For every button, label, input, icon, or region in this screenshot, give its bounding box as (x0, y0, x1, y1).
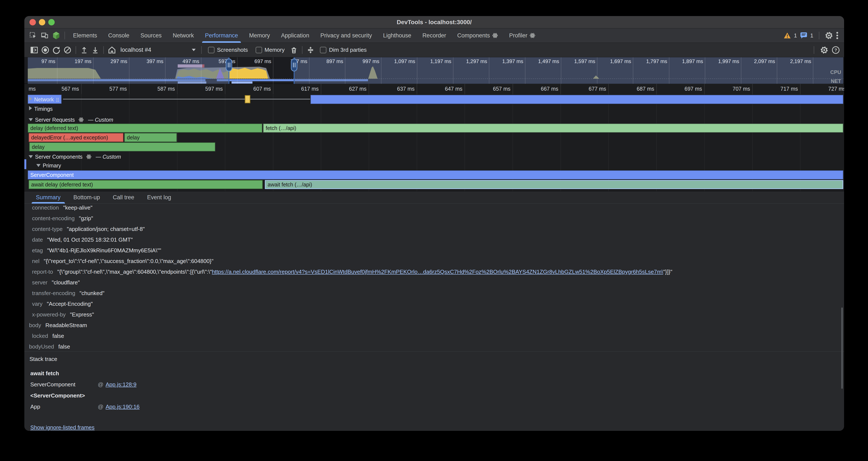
record-icon[interactable] (40, 45, 51, 56)
stack-frame-source-link[interactable]: App.js:128:9 (105, 381, 136, 388)
show-ignore-listed-frames-link[interactable]: Show ignore-listed frames (30, 424, 95, 431)
toggle-sidebar-icon[interactable] (29, 45, 40, 56)
ruler-tick-label: 567 ms (62, 86, 79, 92)
property-value: "Express" (70, 311, 94, 318)
history-selector[interactable]: localhost #4 (118, 45, 198, 56)
warning-count[interactable]: 1 (794, 32, 797, 39)
ruler-tick-label: 687 ms (637, 86, 654, 92)
event-bar-fetch-api[interactable]: fetch (…/api) (263, 123, 843, 133)
event-bar-await-delay[interactable]: await delay (deferred text) (29, 180, 263, 189)
event-label: delayedError (…ayed exception) (31, 135, 108, 141)
event-bar-delay[interactable]: delay (124, 133, 177, 142)
track-header-network[interactable]: Network (29, 96, 59, 103)
drag-grip-icon[interactable] (56, 98, 59, 102)
property-row: nel"{\"report_to\":\"cf-nel\",\"success_… (24, 256, 844, 266)
overview-tick-label: 1,697 ms (610, 58, 631, 64)
node-extension-icon[interactable] (51, 30, 62, 41)
stack-frame-source-link[interactable]: App.js:190:16 (105, 403, 140, 410)
property-key: transfer-encoding (32, 290, 75, 296)
panel-tab[interactable]: Profiler (504, 28, 541, 43)
panel-tab[interactable]: Application (276, 28, 315, 43)
network-event-marker[interactable] (245, 95, 250, 103)
network-request-bar-long[interactable] (311, 95, 843, 104)
property-value-prefix: "{\"group\":\"cf-nel\",\"max_age\":60480… (57, 268, 212, 275)
overview-tick (705, 57, 705, 84)
scrollbar-thumb[interactable] (841, 308, 843, 389)
track-subheader-primary[interactable]: Primary (36, 163, 61, 169)
memory-checkbox[interactable]: Memory (256, 47, 285, 53)
message-count[interactable]: 1 (810, 32, 813, 39)
report-url-link[interactable]: https://a.nel.cloudflare.com/report/v4?s… (212, 268, 663, 275)
track-custom-suffix: — Custom (96, 154, 121, 160)
warning-icon[interactable] (784, 32, 791, 39)
panel-tab[interactable]: Sources (135, 28, 167, 43)
selection-handle-left-grip[interactable] (226, 59, 232, 71)
divider (64, 32, 65, 39)
panel-tab[interactable]: Lighthouse (378, 28, 417, 43)
ruler-tick-label: 707 ms (733, 86, 750, 92)
event-bar-delay-2[interactable]: delay (29, 142, 215, 151)
details-tab[interactable]: Call tree (106, 191, 141, 204)
details-tab[interactable]: Summary (29, 191, 67, 204)
save-profile-icon[interactable] (90, 45, 101, 56)
record-and-reload-icon[interactable] (51, 45, 62, 56)
selection-handle-right[interactable] (294, 57, 294, 84)
panel-tab[interactable]: Privacy and security (315, 28, 378, 43)
panel-settings-gear-icon[interactable] (820, 46, 828, 54)
track-header-timings[interactable]: Timings (29, 106, 53, 112)
collect-garbage-icon[interactable] (288, 45, 300, 56)
property-value: "keep-alive" (63, 204, 92, 211)
device-toolbar-icon[interactable] (39, 30, 51, 41)
event-bar-await-fetch-selected[interactable]: await fetch (…/api) (265, 180, 843, 189)
event-bar-delayed-error[interactable]: delayedError (…ayed exception) (29, 133, 123, 142)
panel-tab[interactable]: Recorder (417, 28, 452, 43)
stack-frame-at: @ (98, 403, 103, 410)
inspect-element-icon[interactable] (27, 30, 39, 41)
fit-to-window-icon[interactable] (305, 45, 316, 56)
selection-handle-left[interactable] (228, 57, 229, 84)
details-tab[interactable]: Event log (141, 191, 178, 204)
timeline-overview[interactable]: 97 ms 197 ms 297 ms 397 ms 497 ms 597 ms… (24, 57, 844, 84)
selection-handle-right-grip[interactable] (291, 59, 297, 71)
kebab-menu-icon[interactable] (836, 31, 839, 39)
panel-tab[interactable]: Console (103, 28, 135, 43)
load-profile-icon[interactable] (79, 45, 90, 56)
window-title: DevTools - localhost:3000/ (24, 19, 844, 26)
panel-tab[interactable]: Elements (67, 28, 103, 43)
home-live-metrics-icon[interactable] (106, 45, 118, 56)
panel-tab[interactable]: Network (167, 28, 199, 43)
track-header-server-components[interactable]: Server Components — Custom (29, 154, 121, 160)
ruler-tick (417, 84, 417, 94)
console-message-icon[interactable] (800, 32, 807, 39)
svg-text:?: ? (834, 48, 837, 52)
clear-icon[interactable] (62, 45, 73, 56)
timeline-tracks: Network Timings Server Requests — Custom… (24, 94, 844, 191)
stack-frame: ServerComponent@App.js:128:9 (30, 379, 140, 390)
event-bar-server-component[interactable]: ServerComponent (28, 170, 843, 179)
panel-tab[interactable]: Components (452, 28, 504, 43)
property-row: transfer-encoding"chunked" (24, 288, 844, 298)
overview-tick (237, 57, 238, 84)
collapse-triangle-icon (29, 106, 32, 110)
property-row: content-type"application/json; charset=u… (24, 224, 844, 234)
settings-gear-icon[interactable] (825, 31, 833, 39)
help-icon[interactable]: ? (832, 46, 840, 54)
checkbox-box (320, 47, 327, 53)
screenshots-label: Screenshots (217, 47, 248, 53)
event-label: delay (deferred text) (30, 125, 78, 131)
property-value: "chunked" (80, 290, 104, 296)
details-tab[interactable]: Bottom-up (67, 191, 106, 204)
panel-tab[interactable]: Performance (199, 28, 244, 43)
ruler-tick (752, 84, 753, 94)
ruler-tick (321, 84, 321, 94)
overview-tick-label: 497 ms (182, 58, 199, 64)
screenshots-checkbox[interactable]: Screenshots (208, 47, 248, 53)
dim-3rd-parties-checkbox[interactable]: Dim 3rd parties (320, 47, 367, 53)
overview-tick-label: 1,197 ms (430, 58, 451, 64)
event-bar-delay-deferred[interactable]: delay (deferred text) (28, 123, 262, 133)
property-row: connection"keep-alive" (24, 204, 844, 213)
track-header-server-requests[interactable]: Server Requests — Custom (29, 117, 113, 123)
panel-tab[interactable]: Memory (244, 28, 276, 43)
panel-tab-label: Lighthouse (383, 32, 411, 39)
ruler-tick (273, 84, 273, 94)
